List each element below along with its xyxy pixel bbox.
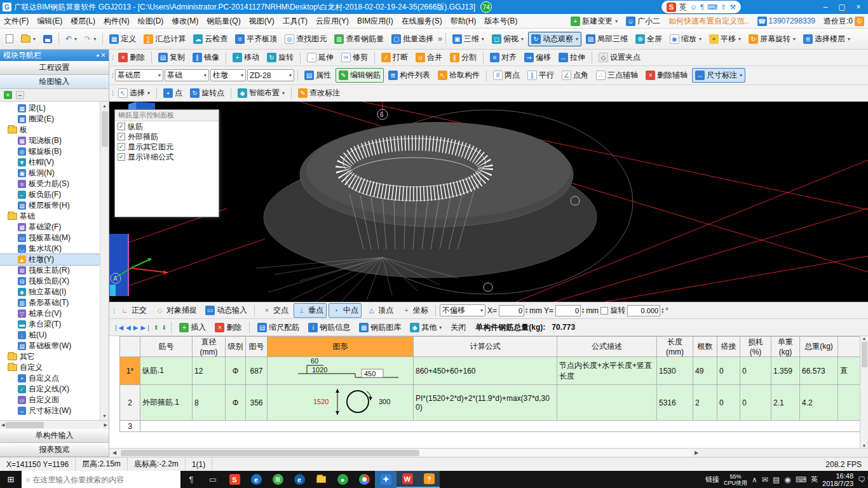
vertex-snap-button[interactable]: △顶点 bbox=[363, 303, 397, 318]
notification-badge[interactable]: 74 bbox=[480, 1, 492, 13]
col-length[interactable]: 长度(mm) bbox=[657, 337, 693, 357]
row-number[interactable]: 3 bbox=[120, 421, 140, 432]
close-table-button[interactable]: 关闭 bbox=[447, 320, 469, 335]
parallel-axis-button[interactable]: ∥平行 bbox=[524, 68, 557, 83]
break-button[interactable]: ∕打断 bbox=[378, 50, 411, 65]
volume-icon[interactable]: ◉ bbox=[784, 475, 790, 484]
orbit-button[interactable]: ↻动态观察▾ bbox=[528, 32, 581, 46]
row-number[interactable]: 2 bbox=[120, 385, 140, 421]
new-change-button[interactable]: +新建变更▾ bbox=[571, 16, 618, 27]
cpu-widget[interactable]: 55% CPU使用 bbox=[724, 473, 747, 486]
screen-rotate-button[interactable]: ↻屏幕旋转▾ bbox=[745, 32, 799, 46]
menu-tools[interactable]: 工具(T) bbox=[283, 16, 308, 27]
col-total-weight[interactable]: 总重(kg) bbox=[800, 337, 838, 357]
taskbar-app-explorer[interactable] bbox=[310, 471, 332, 488]
tree-item-foundation-beam[interactable]: ▦基础梁(F) bbox=[0, 222, 100, 233]
table-row-empty[interactable]: 3 bbox=[120, 421, 867, 432]
col-rebar-id[interactable]: 筋号 bbox=[140, 337, 193, 357]
delete-axis-button[interactable]: ×删除辅轴 bbox=[642, 68, 691, 83]
tree-item-strip-foundation[interactable]: ▥条形基础(T) bbox=[0, 297, 100, 308]
close-button[interactable]: × bbox=[850, 0, 867, 13]
checkbox-checked-icon[interactable]: ✓ bbox=[118, 133, 125, 140]
insert-row-button[interactable]: +插入 bbox=[176, 320, 209, 335]
taskbar-app-ggj-active[interactable]: ✚ bbox=[375, 471, 397, 488]
taskbar-clock[interactable]: 16:48 2018/7/23 bbox=[822, 472, 853, 487]
table-horizontal-scrollbar[interactable]: ◀ ▶ bbox=[109, 448, 868, 457]
rebar-info-button[interactable]: i钢筋信息 bbox=[305, 320, 353, 335]
tree-item-spiral-slab[interactable]: ◎螺旋板(B) bbox=[0, 146, 100, 157]
cell-fig-no[interactable]: 687 bbox=[246, 357, 268, 385]
viewport-3d[interactable]: 6 A 钢筋显示控制面板 ✓纵筋 ✓外部箍筋 ✓显示其它图元 ✓显示详细公式 bbox=[109, 102, 868, 302]
menu-floor[interactable]: 楼层(L) bbox=[71, 16, 95, 27]
table-row[interactable]: 2 外部箍筋.1 8 Φ 356 1520 bbox=[120, 385, 867, 421]
scroll-up-icon[interactable]: ▲ bbox=[862, 336, 867, 341]
select-tool-button[interactable]: ↖选择▾ bbox=[115, 86, 153, 100]
tree-item-floor-strip[interactable]: ▤楼层板带(H) bbox=[0, 200, 100, 211]
start-button[interactable]: ⊞ bbox=[0, 471, 22, 488]
view-3d-button[interactable]: ▣三维▾ bbox=[449, 32, 487, 46]
taskbar-app-sogou[interactable]: S bbox=[224, 471, 245, 488]
offset-mode-select[interactable]: 不偏移▾ bbox=[440, 304, 485, 316]
cell-total-weight[interactable]: 66.573 bbox=[800, 357, 838, 385]
scroll-right-icon[interactable]: ▶ bbox=[691, 450, 702, 456]
rebar-display-panel-title[interactable]: 钢筋显示控制面板 bbox=[115, 110, 219, 121]
scroll-thumb[interactable] bbox=[6, 422, 44, 428]
smart-layout-button[interactable]: ◆智能布置▾ bbox=[234, 86, 288, 100]
dynamic-input-button[interactable]: ▭动态输入 bbox=[202, 303, 250, 318]
component-list-button[interactable]: ≣构件列表 bbox=[385, 68, 433, 83]
pan-button[interactable]: +平移▾ bbox=[706, 32, 744, 46]
tree-item-raft-neg-rebar[interactable]: ⊟筏板负筋(X) bbox=[0, 276, 100, 287]
checkbox-checked-icon[interactable]: ✓ bbox=[118, 153, 125, 161]
scroll-up-icon[interactable]: ▲ bbox=[102, 102, 107, 110]
input-language[interactable]: 英 bbox=[811, 475, 818, 484]
tree-item-sump-pit[interactable]: ◡集水坑(K) bbox=[0, 243, 100, 254]
hidden-icons-chevron[interactable]: ∧ bbox=[752, 475, 757, 484]
set-grip-button[interactable]: ◇设置夹点 bbox=[595, 50, 644, 65]
floor-select[interactable]: 基础层▾ bbox=[115, 69, 163, 81]
menu-help[interactable]: 帮助(H) bbox=[451, 16, 477, 27]
scroll-left-icon[interactable]: ◀ bbox=[109, 450, 119, 456]
tree-item-raft-main-rebar[interactable]: ⊞筏板主筋(R) bbox=[0, 265, 100, 276]
link-label[interactable]: 链接 bbox=[705, 475, 719, 484]
x-input[interactable] bbox=[499, 305, 524, 316]
move-button[interactable]: +移动 bbox=[229, 50, 262, 65]
midpoint-snap-button[interactable]: •中点 bbox=[329, 303, 362, 318]
cell-unit-weight[interactable]: 2.1 bbox=[771, 385, 800, 421]
tip-link[interactable]: 如何快速布置自定义范.. bbox=[668, 16, 749, 27]
delete-button[interactable]: ×删除 bbox=[115, 50, 148, 65]
taskbar-app-wps[interactable]: W bbox=[397, 471, 418, 488]
table-row[interactable]: 1* 纵筋.1 12 Φ 687 60 1020 bbox=[120, 357, 867, 385]
option-show-detailed-formula[interactable]: ✓显示详细公式 bbox=[115, 152, 219, 162]
toolbar-grip[interactable]: ⁞ bbox=[112, 54, 112, 62]
bean-counter[interactable]: 造价豆:0© bbox=[824, 16, 864, 27]
task-view-icon[interactable]: ▭ bbox=[202, 471, 224, 488]
cell-shape-diagram[interactable]: 60 1020 450 bbox=[268, 357, 414, 385]
cell-lap[interactable]: 0 bbox=[717, 385, 740, 421]
select-floor-button[interactable]: ≣选择楼层▾ bbox=[800, 32, 853, 46]
cell-length[interactable]: 1530 bbox=[657, 357, 693, 385]
col-loss[interactable]: 损耗(%) bbox=[740, 337, 771, 357]
action-center-icon[interactable]: 🗨 bbox=[858, 475, 865, 484]
partial-3d-button[interactable]: ▨局部三维 bbox=[583, 32, 631, 46]
offset-button[interactable]: ⇒偏移 bbox=[521, 50, 554, 65]
toolbox-icon[interactable]: ⚒ bbox=[729, 3, 736, 11]
taskbar-app-360[interactable]: ≋ bbox=[267, 471, 288, 488]
rebar-gallery-button[interactable]: ▦钢筋图库 bbox=[356, 320, 404, 335]
tree-item-custom-face[interactable]: ▱自定义面 bbox=[0, 395, 100, 405]
zoom-button[interactable]: ◉缩放▾ bbox=[667, 32, 705, 46]
cell-lap[interactable]: 0 bbox=[717, 357, 740, 385]
tree-item-foundation-strip[interactable]: ▤基础板带(W) bbox=[0, 341, 100, 351]
save-button[interactable] bbox=[40, 33, 55, 45]
cell-formula[interactable]: PI*(1520+2*d)+2*(11.9*d)+max(37*d,300) bbox=[414, 385, 557, 421]
cell-length[interactable]: 5316 bbox=[657, 385, 693, 421]
dimension-button[interactable]: ↔尺寸标注▾ bbox=[692, 68, 745, 83]
redo-button[interactable]: ↷▾ bbox=[81, 32, 99, 45]
copy-button[interactable]: ▤复制 bbox=[155, 50, 188, 65]
cell-formula-desc[interactable]: 节点内长度+水平长度+竖直长度 bbox=[557, 357, 657, 385]
scroll-thumb[interactable] bbox=[862, 342, 867, 367]
option-show-other-elements[interactable]: ✓显示其它图元 bbox=[115, 142, 219, 152]
single-component-input-button[interactable]: 单构件输入 bbox=[0, 429, 109, 443]
other-menu-button[interactable]: ◆其他▾ bbox=[407, 320, 445, 335]
scroll-thumb[interactable] bbox=[121, 450, 419, 456]
flush-slab-top-button[interactable]: ≡平齐板顶 bbox=[232, 32, 280, 46]
